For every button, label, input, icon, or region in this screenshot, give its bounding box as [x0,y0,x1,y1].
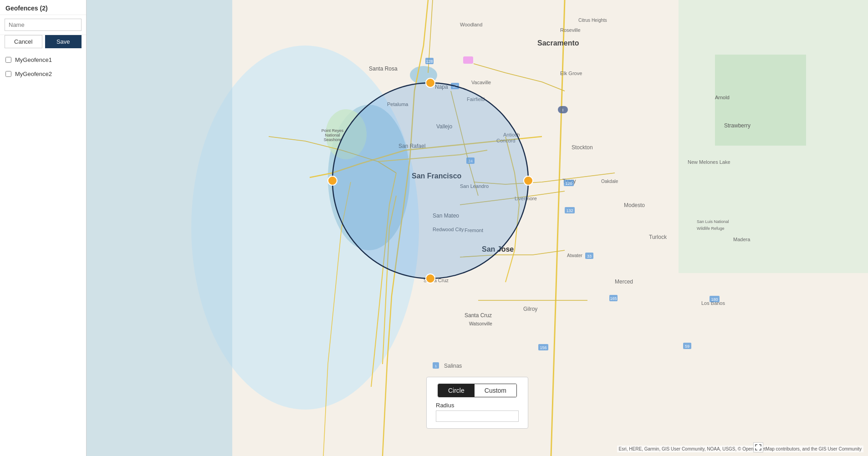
svg-text:Watsonville: Watsonville [469,321,492,326]
svg-text:Santa Cruz: Santa Cruz [424,278,449,283]
svg-text:Santa Rosa: Santa Rosa [369,66,398,72]
svg-text:New Melones Lake: New Melones Lake [688,159,730,165]
shape-toggle: Circle Custom [438,384,517,397]
expand-icon[interactable] [753,442,763,452]
svg-text:Citrus Heights: Citrus Heights [578,18,607,23]
geofence-1-checkbox[interactable] [5,57,11,63]
list-item[interactable]: MyGeofence1 [0,53,86,67]
svg-text:Arnold: Arnold [715,95,730,100]
cancel-button[interactable]: Cancel [5,35,42,48]
svg-text:Gilroy: Gilroy [523,306,537,312]
radius-label: Radius [436,402,454,409]
svg-text:San Luis National: San Luis National [697,219,729,224]
svg-text:Petaluma: Petaluma [387,101,408,107]
svg-text:165: 165 [610,296,617,301]
svg-text:Oakdale: Oakdale [601,179,618,184]
svg-text:59: 59 [685,344,689,349]
svg-rect-2 [87,0,232,456]
svg-text:San Rafael: San Rafael [398,143,425,149]
sidebar-header: Geofences (2) [0,0,86,15]
svg-text:San Jose: San Jose [482,245,514,253]
svg-text:Redwood City: Redwood City [433,227,464,232]
svg-text:Vallejo: Vallejo [436,123,452,130]
svg-text:Strawberry: Strawberry [724,122,751,129]
svg-text:37: 37 [453,84,457,89]
svg-rect-7 [715,55,806,146]
circle-tab[interactable]: Circle [438,384,475,397]
custom-tab[interactable]: Custom [475,384,516,397]
radius-input[interactable] [436,410,519,422]
svg-text:Elk Grove: Elk Grove [560,71,582,76]
svg-text:Wildlife Refuge: Wildlife Refuge [697,226,725,231]
svg-rect-56 [463,56,473,64]
geofence-2-label: MyGeofence2 [15,71,52,77]
svg-text:Livermore: Livermore [515,196,537,201]
svg-point-4 [410,66,437,84]
svg-text:National: National [325,133,340,137]
svg-text:24: 24 [468,159,473,163]
svg-text:Fremont: Fremont [465,228,483,233]
svg-text:Santa Cruz: Santa Cruz [465,312,492,319]
svg-text:Merced: Merced [615,279,633,285]
svg-text:San Francisco: San Francisco [412,172,462,180]
action-row: Cancel Save [0,35,86,53]
svg-text:I: I [562,108,564,112]
svg-text:33: 33 [587,254,592,258]
svg-text:Point Reyes: Point Reyes [322,128,344,133]
svg-text:Madera: Madera [733,237,751,242]
geofence-2-checkbox[interactable] [5,71,11,77]
geofences-title: Geofences (2) [5,5,48,12]
svg-text:180: 180 [711,297,718,302]
svg-text:128: 128 [426,59,433,64]
save-button[interactable]: Save [45,35,82,48]
svg-text:Napa: Napa [435,84,448,90]
svg-text:Seashore: Seashore [324,137,342,142]
sidebar: Geofences (2) Cancel Save MyGeofence1 My… [0,0,87,456]
svg-text:Turlock: Turlock [649,234,667,240]
name-input-row [0,15,86,35]
svg-text:156: 156 [540,345,546,350]
svg-text:Vacaville: Vacaville [471,80,491,85]
list-item[interactable]: MyGeofence2 [0,67,86,81]
svg-text:132: 132 [566,208,573,213]
name-input[interactable] [5,19,82,31]
svg-text:Fairfield: Fairfield [467,96,485,102]
svg-text:San Mateo: San Mateo [433,213,459,219]
map-container[interactable]: Sacramento Roseville Citrus Heights Wood… [87,0,868,456]
geofence-1-label: MyGeofence1 [15,56,52,63]
svg-text:120: 120 [565,181,572,186]
svg-text:Woodland: Woodland [460,22,482,27]
svg-text:1: 1 [435,364,437,368]
svg-text:San Leandro: San Leandro [460,183,489,189]
svg-text:Salinas: Salinas [444,363,462,369]
bottom-toolbar: Circle Custom Radius [426,377,528,429]
svg-text:Sacramento: Sacramento [537,39,579,47]
svg-text:Concord: Concord [496,138,516,143]
svg-text:Modesto: Modesto [624,202,645,208]
radius-section: Radius [436,402,519,422]
svg-text:Roseville: Roseville [560,27,581,33]
svg-text:Antioch: Antioch [503,132,520,137]
attribution-text: Esri, HERE, Garmin, GIS User Community, … [617,446,863,452]
svg-text:Atwater: Atwater [567,253,583,258]
svg-text:Stockton: Stockton [572,144,593,151]
